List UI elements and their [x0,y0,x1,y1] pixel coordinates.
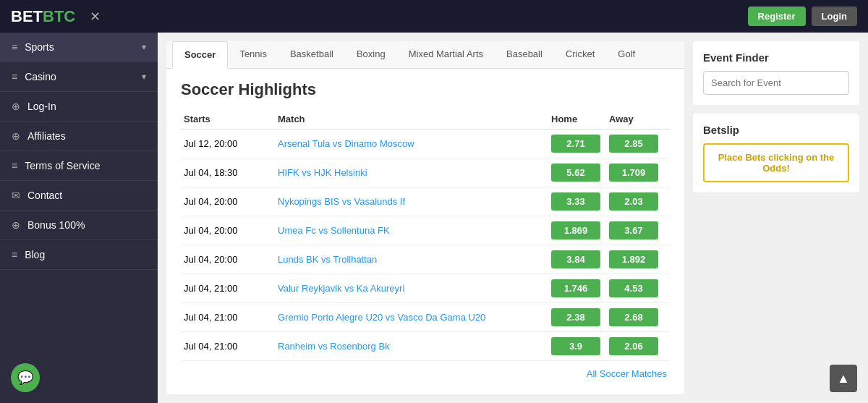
away-odd-button[interactable]: 2.68 [609,308,658,326]
away-odd-button[interactable]: 1.709 [609,164,658,182]
sidebar-item-contact[interactable]: ✉ Contact [0,181,158,211]
chat-bubble[interactable]: 💬 [11,363,40,392]
sidebar-item-label: Bonus 100% [27,219,85,231]
home-odd-button[interactable]: 5.62 [551,164,600,182]
cell-match: Valur Reykjavik vs Ka Akureyri [278,283,551,294]
betslip-button[interactable]: Place Bets clicking on the Odds! [703,143,849,182]
sidebar-item-sports[interactable]: ≡ Sports ▾ [0,33,158,62]
tab-cricket[interactable]: Cricket [554,41,606,69]
sidebar-item-bonus[interactable]: ⊕ Bonus 100% [0,211,158,240]
cell-starts: Jul 04, 21:00 [184,341,278,352]
match-link[interactable]: Nykopings BIS vs Vasalunds If [278,196,405,207]
cell-starts: Jul 12, 20:00 [184,138,278,149]
sidebar-item-label: Contact [27,190,62,201]
mail-icon: ✉ [12,190,20,201]
table-row: Jul 12, 20:00 Arsenal Tula vs Dinamo Mos… [181,130,670,158]
away-odd-button[interactable]: 4.53 [609,279,658,297]
cell-starts: Jul 04, 20:00 [184,196,278,207]
event-finder: Event Finder [693,41,859,105]
match-link[interactable]: HIFK vs HJK Helsinki [278,167,367,178]
cell-match: Lunds BK vs Trollhattan [278,254,551,265]
soccer-highlights: Soccer Highlights Starts Match Home Away… [166,69,684,394]
grid-icon: ≡ [12,41,17,53]
match-link[interactable]: Lunds BK vs Trollhattan [278,254,377,265]
col-away: Away [609,114,667,124]
col-home: Home [551,114,609,124]
tab-baseball[interactable]: Baseball [495,41,554,69]
sidebar: ≡ Sports ▾ ≡ Casino ▾ ⊕ Log-In ⊕ Affilia… [0,33,158,403]
home-odd-button[interactable]: 3.9 [551,337,600,355]
scroll-top-button[interactable]: ▲ [830,365,857,392]
all-matches-link[interactable]: All Soccer Matches [181,361,670,382]
main-panel: Soccer Tennis Basketball Boxing Mixed Ma… [166,41,684,394]
tab-boxing[interactable]: Boxing [345,41,397,69]
chevron-down-icon: ▾ [142,42,146,52]
cell-starts: Jul 04, 21:00 [184,312,278,323]
sidebar-item-blog[interactable]: ≡ Blog [0,240,158,270]
sidebar-item-label: Affiliates [27,130,66,142]
table-row: Jul 04, 20:00 Nykopings BIS vs Vasalunds… [181,187,670,216]
match-link[interactable]: Ranheim vs Rosenborg Bk [278,341,390,352]
match-link[interactable]: Valur Reykjavik vs Ka Akureyri [278,283,404,294]
away-odd-button[interactable]: 2.85 [609,135,658,153]
cell-starts: Jul 04, 20:00 [184,225,278,236]
logo-bet: BET [11,7,43,26]
affiliates-icon: ⊕ [12,130,20,142]
user-icon: ⊕ [12,101,20,112]
col-match: Match [278,114,551,124]
table-row: Jul 04, 18:30 HIFK vs HJK Helsinki 5.62 … [181,158,670,187]
table-row: Jul 04, 21:00 Ranheim vs Rosenborg Bk 3.… [181,332,670,361]
doc-icon: ≡ [12,160,17,171]
cell-starts: Jul 04, 21:00 [184,283,278,294]
match-link[interactable]: Umea Fc vs Sollentuna FK [278,225,390,236]
right-panel: Event Finder Betslip Place Bets clicking… [693,41,859,394]
home-odd-button[interactable]: 1.746 [551,279,600,297]
sidebar-item-casino[interactable]: ≡ Casino ▾ [0,62,158,92]
table-header: Starts Match Home Away [181,109,670,130]
main-layout: ≡ Sports ▾ ≡ Casino ▾ ⊕ Log-In ⊕ Affilia… [0,33,868,403]
away-odd-button[interactable]: 3.67 [609,221,658,239]
betslip-title: Betslip [703,124,849,136]
tab-golf[interactable]: Golf [606,41,647,69]
tab-soccer[interactable]: Soccer [172,41,228,69]
tab-mma[interactable]: Mixed Martial Arts [397,41,495,69]
header-actions: Register Login [748,7,857,26]
sports-tabs: Soccer Tennis Basketball Boxing Mixed Ma… [166,41,684,69]
cell-starts: Jul 04, 20:00 [184,254,278,265]
match-link[interactable]: Gremio Porto Alegre U20 vs Vasco Da Gama… [278,312,485,323]
table-row: Jul 04, 21:00 Valur Reykjavik vs Ka Akur… [181,274,670,303]
cell-match: Nykopings BIS vs Vasalunds If [278,196,551,207]
highlights-title: Soccer Highlights [181,80,670,99]
home-odd-button[interactable]: 3.84 [551,250,600,268]
sidebar-bottom: 💬 [0,270,158,403]
home-odd-button[interactable]: 2.71 [551,135,600,153]
logo: BETBTC [11,7,75,26]
logo-btc: BTC [43,7,75,26]
match-link[interactable]: Arsenal Tula vs Dinamo Moscow [278,138,414,149]
home-odd-button[interactable]: 3.33 [551,192,600,211]
away-odd-button[interactable]: 1.892 [609,250,658,268]
content-area: Soccer Tennis Basketball Boxing Mixed Ma… [158,33,868,403]
sidebar-item-label: Log-In [27,101,56,112]
cell-match: Umea Fc vs Sollentuna FK [278,225,551,236]
away-odd-button[interactable]: 2.03 [609,192,658,211]
close-icon[interactable]: ✕ [90,9,101,25]
tab-tennis[interactable]: Tennis [228,41,278,69]
away-odd-button[interactable]: 2.06 [609,337,658,355]
cell-match: HIFK vs HJK Helsinki [278,167,551,178]
sidebar-item-label: Sports [25,41,54,53]
home-odd-button[interactable]: 2.38 [551,308,600,326]
login-button[interactable]: Login [812,7,857,26]
home-odd-button[interactable]: 1.869 [551,221,600,239]
sidebar-item-affiliates[interactable]: ⊕ Affiliates [0,122,158,151]
search-input[interactable] [703,71,849,95]
tab-basketball[interactable]: Basketball [278,41,345,69]
cell-match: Gremio Porto Alegre U20 vs Vasco Da Gama… [278,312,551,323]
sidebar-item-terms[interactable]: ≡ Terms of Service [0,151,158,181]
table-row: Jul 04, 20:00 Umea Fc vs Sollentuna FK 1… [181,216,670,245]
table-row: Jul 04, 21:00 Gremio Porto Alegre U20 vs… [181,303,670,332]
casino-icon: ≡ [12,71,17,82]
sidebar-item-login[interactable]: ⊕ Log-In [0,92,158,122]
register-button[interactable]: Register [748,7,806,26]
sidebar-item-label: Casino [25,71,56,82]
